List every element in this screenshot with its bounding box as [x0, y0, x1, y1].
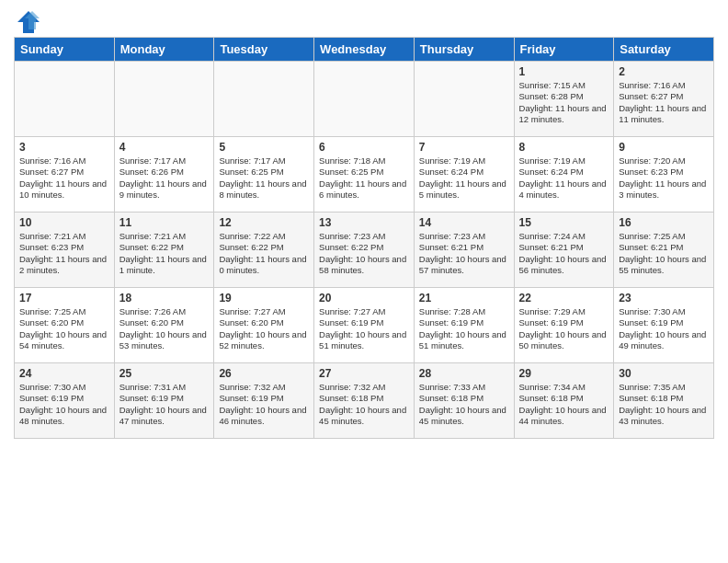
calendar-day-10: 10Sunrise: 7:21 AM Sunset: 6:23 PM Dayli… — [15, 213, 115, 288]
day-info: Sunrise: 7:20 AM Sunset: 6:23 PM Dayligh… — [619, 155, 706, 200]
day-info: Sunrise: 7:19 AM Sunset: 6:24 PM Dayligh… — [419, 155, 506, 200]
day-info: Sunrise: 7:21 AM Sunset: 6:23 PM Dayligh… — [19, 231, 107, 275]
day-info: Sunrise: 7:27 AM Sunset: 6:19 PM Dayligh… — [319, 306, 406, 350]
calendar-day-23: 23Sunrise: 7:30 AM Sunset: 6:19 PM Dayli… — [614, 288, 714, 363]
calendar-day-24: 24Sunrise: 7:30 AM Sunset: 6:19 PM Dayli… — [15, 363, 115, 439]
day-number: 15 — [519, 216, 609, 229]
day-info: Sunrise: 7:32 AM Sunset: 6:19 PM Dayligh… — [219, 382, 306, 426]
day-info: Sunrise: 7:18 AM Sunset: 6:25 PM Dayligh… — [319, 155, 406, 200]
day-number: 13 — [319, 216, 409, 229]
day-number: 12 — [219, 216, 309, 229]
day-number: 6 — [319, 141, 409, 154]
calendar-day-20: 20Sunrise: 7:27 AM Sunset: 6:19 PM Dayli… — [314, 288, 415, 363]
calendar-day-4: 4Sunrise: 7:17 AM Sunset: 6:26 PM Daylig… — [114, 137, 214, 213]
day-number: 1 — [519, 65, 609, 78]
calendar-day-11: 11Sunrise: 7:21 AM Sunset: 6:22 PM Dayli… — [114, 213, 214, 288]
calendar-day-21: 21Sunrise: 7:28 AM Sunset: 6:19 PM Dayli… — [414, 288, 514, 363]
day-number: 25 — [119, 367, 210, 380]
day-info: Sunrise: 7:24 AM Sunset: 6:21 PM Dayligh… — [519, 231, 607, 275]
day-header-sunday: Sunday — [15, 38, 115, 62]
day-header-friday: Friday — [514, 38, 614, 62]
calendar-day-9: 9Sunrise: 7:20 AM Sunset: 6:23 PM Daylig… — [614, 137, 714, 213]
day-number: 19 — [219, 292, 309, 304]
day-info: Sunrise: 7:29 AM Sunset: 6:19 PM Dayligh… — [519, 306, 607, 350]
day-number: 28 — [419, 367, 509, 380]
day-number: 16 — [619, 216, 709, 229]
calendar-day-7: 7Sunrise: 7:19 AM Sunset: 6:24 PM Daylig… — [414, 137, 514, 213]
calendar-day-30: 30Sunrise: 7:35 AM Sunset: 6:18 PM Dayli… — [614, 363, 714, 439]
day-number: 3 — [19, 141, 109, 154]
day-number: 9 — [619, 141, 709, 154]
calendar-empty-cell — [414, 62, 514, 137]
day-number: 23 — [619, 292, 709, 304]
calendar-day-1: 1Sunrise: 7:15 AM Sunset: 6:28 PM Daylig… — [514, 62, 614, 137]
day-number: 17 — [19, 292, 109, 304]
day-info: Sunrise: 7:34 AM Sunset: 6:18 PM Dayligh… — [519, 382, 607, 426]
day-info: Sunrise: 7:23 AM Sunset: 6:21 PM Dayligh… — [419, 231, 506, 275]
day-info: Sunrise: 7:16 AM Sunset: 6:27 PM Dayligh… — [619, 80, 706, 124]
day-info: Sunrise: 7:16 AM Sunset: 6:27 PM Dayligh… — [19, 155, 107, 200]
day-info: Sunrise: 7:23 AM Sunset: 6:22 PM Dayligh… — [319, 231, 406, 275]
calendar-week-row: 3Sunrise: 7:16 AM Sunset: 6:27 PM Daylig… — [15, 137, 714, 213]
calendar-week-row: 17Sunrise: 7:25 AM Sunset: 6:20 PM Dayli… — [15, 288, 714, 363]
day-info: Sunrise: 7:35 AM Sunset: 6:18 PM Dayligh… — [619, 382, 706, 426]
calendar-day-16: 16Sunrise: 7:25 AM Sunset: 6:21 PM Dayli… — [614, 213, 714, 288]
calendar-day-25: 25Sunrise: 7:31 AM Sunset: 6:19 PM Dayli… — [114, 363, 214, 439]
day-number: 7 — [419, 141, 509, 154]
day-info: Sunrise: 7:15 AM Sunset: 6:28 PM Dayligh… — [519, 80, 607, 124]
calendar-day-17: 17Sunrise: 7:25 AM Sunset: 6:20 PM Dayli… — [15, 288, 115, 363]
calendar-day-13: 13Sunrise: 7:23 AM Sunset: 6:22 PM Dayli… — [314, 213, 415, 288]
day-number: 22 — [519, 292, 609, 304]
calendar-day-6: 6Sunrise: 7:18 AM Sunset: 6:25 PM Daylig… — [314, 137, 415, 213]
day-info: Sunrise: 7:32 AM Sunset: 6:18 PM Dayligh… — [319, 382, 406, 426]
day-number: 18 — [119, 292, 210, 304]
calendar-day-14: 14Sunrise: 7:23 AM Sunset: 6:21 PM Dayli… — [414, 213, 514, 288]
day-info: Sunrise: 7:19 AM Sunset: 6:24 PM Dayligh… — [519, 155, 607, 200]
day-header-saturday: Saturday — [614, 38, 714, 62]
calendar-day-3: 3Sunrise: 7:16 AM Sunset: 6:27 PM Daylig… — [15, 137, 115, 213]
day-number: 10 — [19, 216, 109, 229]
day-info: Sunrise: 7:21 AM Sunset: 6:22 PM Dayligh… — [119, 231, 207, 275]
day-number: 27 — [319, 367, 409, 380]
day-header-tuesday: Tuesday — [214, 38, 314, 62]
day-number: 11 — [119, 216, 210, 229]
day-info: Sunrise: 7:31 AM Sunset: 6:19 PM Dayligh… — [119, 382, 207, 426]
calendar-day-28: 28Sunrise: 7:33 AM Sunset: 6:18 PM Dayli… — [414, 363, 514, 439]
day-info: Sunrise: 7:17 AM Sunset: 6:26 PM Dayligh… — [119, 155, 207, 200]
day-header-wednesday: Wednesday — [314, 38, 415, 62]
calendar-empty-cell — [214, 62, 314, 137]
day-header-monday: Monday — [114, 38, 214, 62]
calendar-day-29: 29Sunrise: 7:34 AM Sunset: 6:18 PM Dayli… — [514, 363, 614, 439]
calendar-day-22: 22Sunrise: 7:29 AM Sunset: 6:19 PM Dayli… — [514, 288, 614, 363]
calendar-empty-cell — [314, 62, 415, 137]
logo — [14, 9, 43, 29]
calendar-week-row: 10Sunrise: 7:21 AM Sunset: 6:23 PM Dayli… — [15, 213, 714, 288]
day-info: Sunrise: 7:27 AM Sunset: 6:20 PM Dayligh… — [219, 306, 306, 350]
day-number: 5 — [219, 141, 309, 154]
day-number: 26 — [219, 367, 309, 380]
calendar-day-2: 2Sunrise: 7:16 AM Sunset: 6:27 PM Daylig… — [614, 62, 714, 137]
calendar-empty-cell — [15, 62, 115, 137]
day-info: Sunrise: 7:30 AM Sunset: 6:19 PM Dayligh… — [19, 382, 107, 426]
day-info: Sunrise: 7:28 AM Sunset: 6:19 PM Dayligh… — [419, 306, 506, 350]
calendar-week-row: 24Sunrise: 7:30 AM Sunset: 6:19 PM Dayli… — [15, 363, 714, 439]
calendar-empty-cell — [114, 62, 214, 137]
calendar-week-row: 1Sunrise: 7:15 AM Sunset: 6:28 PM Daylig… — [15, 62, 714, 137]
day-number: 4 — [119, 141, 210, 154]
calendar-table: SundayMondayTuesdayWednesdayThursdayFrid… — [14, 37, 714, 439]
day-info: Sunrise: 7:26 AM Sunset: 6:20 PM Dayligh… — [119, 306, 207, 350]
calendar-day-12: 12Sunrise: 7:22 AM Sunset: 6:22 PM Dayli… — [214, 213, 314, 288]
calendar-header-row: SundayMondayTuesdayWednesdayThursdayFrid… — [15, 38, 714, 62]
day-number: 8 — [519, 141, 609, 154]
page-header — [14, 9, 714, 29]
day-info: Sunrise: 7:25 AM Sunset: 6:21 PM Dayligh… — [619, 231, 706, 275]
day-number: 20 — [319, 292, 409, 304]
calendar-day-19: 19Sunrise: 7:27 AM Sunset: 6:20 PM Dayli… — [214, 288, 314, 363]
calendar-day-5: 5Sunrise: 7:17 AM Sunset: 6:25 PM Daylig… — [214, 137, 314, 213]
day-number: 30 — [619, 367, 709, 380]
calendar-day-26: 26Sunrise: 7:32 AM Sunset: 6:19 PM Dayli… — [214, 363, 314, 439]
day-number: 2 — [619, 65, 709, 78]
calendar-day-15: 15Sunrise: 7:24 AM Sunset: 6:21 PM Dayli… — [514, 213, 614, 288]
day-number: 24 — [19, 367, 109, 380]
calendar-day-8: 8Sunrise: 7:19 AM Sunset: 6:24 PM Daylig… — [514, 137, 614, 213]
